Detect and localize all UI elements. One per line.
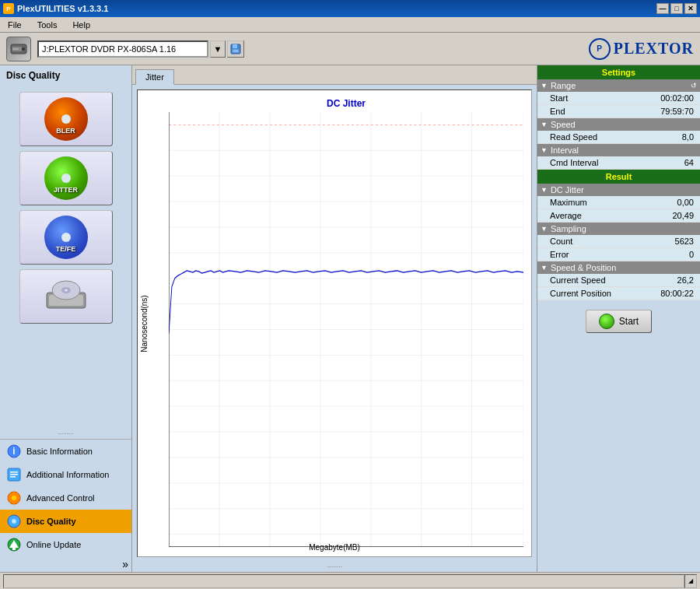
svg-rect-21 xyxy=(13,492,15,494)
sampling-error-value: 0 xyxy=(689,250,694,259)
range-section-header[interactable]: ▼ Range ↺ xyxy=(537,79,700,92)
dc-jitter-max-value: 0,00 xyxy=(677,198,694,207)
close-button[interactable]: ✕ xyxy=(684,3,697,14)
window-controls[interactable]: — □ ✕ xyxy=(656,3,697,14)
range-start-value: 00:02:00 xyxy=(660,93,694,103)
svg-rect-18 xyxy=(10,476,16,478)
sidebar: Disc Quality BLER JITTER TE/FE xyxy=(0,65,132,572)
sidebar-item-additional-information-label: Additional Information xyxy=(26,470,109,479)
speed-pos-result-label: Speed & Position xyxy=(551,263,616,272)
read-speed-row: Read Speed 8,0 xyxy=(537,131,700,144)
svg-rect-24 xyxy=(18,497,20,499)
dc-jitter-max-label: Maximum xyxy=(550,198,587,207)
menu-file[interactable]: File xyxy=(3,19,26,31)
content-area: Jitter Nanosecond(ns) DC Jitter xyxy=(132,65,537,572)
menu-tools[interactable]: Tools xyxy=(33,19,62,31)
x-axis-label: Megabyte(MB) xyxy=(309,543,360,552)
jitter-disc-button[interactable]: JITTER xyxy=(19,151,113,205)
sampling-collapse-icon: ▼ xyxy=(541,225,548,233)
sampling-error-label: Error xyxy=(550,250,569,259)
start-button[interactable]: Start xyxy=(586,310,652,333)
basic-info-icon: i xyxy=(6,444,22,459)
sidebar-nav: i Basic Information Additional Informati… xyxy=(0,439,131,556)
settings-header: Settings xyxy=(537,65,700,79)
svg-rect-30 xyxy=(12,548,16,550)
sidebar-item-additional-information[interactable]: Additional Information xyxy=(0,463,131,486)
sidebar-item-online-update-label: Online Update xyxy=(26,540,81,549)
bler-disc-button[interactable]: BLER xyxy=(19,92,113,146)
online-update-icon xyxy=(6,537,22,552)
save-button[interactable] xyxy=(227,40,244,58)
tray-disc-button[interactable] xyxy=(19,269,113,324)
drive-icon xyxy=(6,37,31,61)
jitter-disc-icon: JITTER xyxy=(44,156,88,200)
additional-info-icon xyxy=(6,467,22,482)
sampling-section-header[interactable]: ▼ Sampling xyxy=(537,223,700,235)
menu-bar: File Tools Help xyxy=(0,17,700,33)
result-header: Result xyxy=(537,170,700,184)
maximize-button[interactable]: □ xyxy=(670,3,683,14)
sampling-count-value: 5623 xyxy=(675,237,694,246)
sidebar-item-advanced-control[interactable]: Advanced Control xyxy=(0,486,131,510)
bler-disc-icon: BLER xyxy=(44,97,88,141)
sidebar-item-online-update[interactable]: Online Update xyxy=(0,533,131,556)
current-speed-value: 26,2 xyxy=(677,275,694,285)
tab-bar: Jitter xyxy=(132,65,537,85)
disc-quality-icon xyxy=(6,514,22,529)
cmd-interval-row: Cmd Interval 64 xyxy=(537,156,700,170)
sampling-result-label: Sampling xyxy=(551,224,586,233)
advanced-control-icon xyxy=(6,490,22,506)
sidebar-item-basic-information-label: Basic Information xyxy=(26,447,93,456)
tefe-disc-icon: TE/FE xyxy=(44,216,88,259)
dc-jitter-section-header[interactable]: ▼ DC Jitter xyxy=(537,184,700,196)
disc-hole xyxy=(61,114,71,124)
minimize-button[interactable]: — xyxy=(656,3,669,14)
speed-collapse-icon: ▼ xyxy=(541,121,548,128)
current-speed-label: Current Speed xyxy=(550,275,606,285)
app-title: PlexUTILITIES v1.3.3.1 xyxy=(17,4,108,13)
dc-jitter-avg-row: Average 20,49 xyxy=(537,209,700,223)
range-reset-icon[interactable]: ↺ xyxy=(691,82,697,89)
sidebar-item-disc-quality[interactable]: Disc Quality xyxy=(0,510,131,533)
svg-rect-17 xyxy=(10,474,18,475)
cmd-interval-value: 64 xyxy=(684,158,694,167)
svg-rect-5 xyxy=(233,44,237,48)
tefe-disc-button[interactable]: TE/FE xyxy=(19,210,113,265)
chart-title: DC Jitter xyxy=(169,98,523,109)
svg-point-2 xyxy=(22,47,25,51)
svg-point-20 xyxy=(12,496,16,500)
start-circle-icon xyxy=(599,314,614,329)
range-end-row: End 79:59:70 xyxy=(537,105,700,118)
drive-dropdown-button[interactable]: ▼ xyxy=(210,40,226,58)
speed-pos-collapse-icon: ▼ xyxy=(541,264,548,272)
y-axis-label: Nanosecond(ns) xyxy=(140,295,149,352)
title-bar: P PlexUTILITIES v1.3.3.1 — □ ✕ xyxy=(0,0,700,17)
cmd-interval-label: Cmd Interval xyxy=(550,158,598,167)
sidebar-item-basic-information[interactable]: i Basic Information xyxy=(0,440,131,463)
svg-rect-3 xyxy=(12,48,19,50)
svg-rect-7 xyxy=(233,50,238,52)
dc-jitter-collapse-icon: ▼ xyxy=(541,186,548,194)
range-end-value: 79:59:70 xyxy=(660,107,694,116)
speed-section-header[interactable]: ▼ Speed xyxy=(537,118,700,131)
speed-pos-section-header[interactable]: ▼ Speed & Position xyxy=(537,261,700,274)
drive-combo[interactable]: J:PLEXTOR DVDR PX-806SA 1.16 ▼ xyxy=(37,40,244,58)
interval-section-header[interactable]: ▼ Interval xyxy=(537,144,700,156)
range-label: Range xyxy=(551,81,576,90)
menu-help[interactable]: Help xyxy=(68,19,95,31)
sidebar-title: Disc Quality xyxy=(0,65,131,86)
svg-rect-23 xyxy=(8,497,10,499)
tab-jitter[interactable]: Jitter xyxy=(135,69,174,85)
logo-circle-icon: P xyxy=(589,38,611,60)
chart-svg: 0 2 4 6 8 10 12 14 16 18 20 22 24 26 28 … xyxy=(169,112,523,547)
dc-jitter-result-label: DC Jitter xyxy=(551,185,584,195)
start-button-area: Start xyxy=(537,300,700,342)
disc-hole-2 xyxy=(61,174,71,183)
sampling-count-row: Count 5623 xyxy=(537,235,700,248)
main-layout: Disc Quality BLER JITTER TE/FE xyxy=(0,65,700,572)
current-speed-row: Current Speed 26,2 xyxy=(537,274,700,287)
range-collapse-icon: ▼ xyxy=(541,82,548,89)
chart-inner: Nanosecond(ns) DC Jitter xyxy=(137,89,532,557)
drive-display[interactable]: J:PLEXTOR DVDR PX-806SA 1.16 xyxy=(37,40,208,58)
sidebar-collapse-icon[interactable]: » xyxy=(122,558,128,570)
